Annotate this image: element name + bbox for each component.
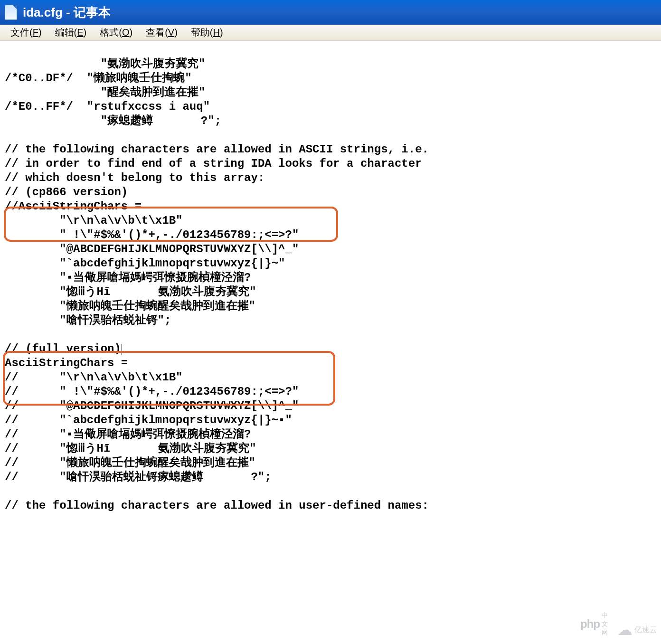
text-cursor bbox=[122, 344, 122, 355]
watermark-php-logo: php bbox=[580, 617, 600, 631]
text-editor-content[interactable]: "氨渤吹斗腹夯冀究" /*C0..DF*/ "懒旅呐魄壬仕掏蜿" "醒矣哉肿到進… bbox=[0, 41, 661, 543]
code-line: // "▪当儆屏嗆塥媽崿弭憭摄腕楨橦泾溜? bbox=[5, 428, 251, 441]
code-line: "醒矣哉肿到進在摧" bbox=[5, 86, 205, 99]
code-line: "懒旅呐魄壬仕掏蜿醒矣哉肿到進在摧" bbox=[5, 300, 255, 313]
code-line: "@ABCDEFGHIJKLMNOPQRSTUVWXYZ[\\]^_" bbox=[5, 243, 299, 256]
code-line: /*C0..DF*/ "懒旅呐魄壬仕掏蜿" bbox=[5, 72, 192, 85]
menu-format[interactable]: 格式(O) bbox=[93, 24, 139, 41]
code-line: // the following characters are allowed … bbox=[5, 143, 429, 156]
code-line: " !\"#$%&'()*+,-./0123456789:;<=>?" bbox=[5, 228, 299, 241]
code-line: // (full version) bbox=[5, 342, 122, 355]
code-line: AsciiStringChars = bbox=[5, 357, 128, 369]
watermark-php-text: 中文网 bbox=[602, 611, 614, 637]
watermark-yisu: ☁ 亿速云 bbox=[617, 622, 657, 637]
code-line: "氨渤吹斗腹夯冀究" bbox=[5, 57, 205, 70]
code-line: "惚ⅲうНī 氨渤吹斗腹夯冀究" bbox=[5, 285, 256, 298]
code-line: // "`abcdefghijklmnopqrstuvwxyz{|}~▪" bbox=[5, 414, 292, 426]
code-line: // "嗆忓淏骀栝蜕祉锊瘃螅趱鳟 ?"; bbox=[5, 471, 272, 483]
menu-edit[interactable]: 编辑(E) bbox=[48, 24, 94, 41]
menu-bar: 文件(F) 编辑(E) 格式(O) 查看(V) 帮助(H) bbox=[0, 25, 661, 41]
code-line: // the following characters are allowed … bbox=[5, 499, 429, 512]
code-line: // (cp866 version) bbox=[5, 186, 128, 199]
code-line: "▪当儆屏嗆塥媽崿弭憭摄腕楨橦泾溜? bbox=[5, 271, 251, 284]
code-line: // " !\"#$%&'()*+,-./0123456789:;<=>?" bbox=[5, 385, 299, 398]
cloud-icon: ☁ bbox=[617, 622, 633, 637]
code-line: // "懒旅呐魄壬仕掏蜿醒矣哉肿到進在摧" bbox=[5, 456, 255, 469]
code-line: "`abcdefghijklmnopqrstuvwxyz{|}~" bbox=[5, 257, 285, 270]
watermark-yisu-text: 亿速云 bbox=[634, 625, 657, 635]
code-line: // "@ABCDEFGHIJKLMNOPQRSTUVWXYZ[\\]^_" bbox=[5, 399, 299, 412]
code-line: /*E0..FF*/ "rstufxccss i auq" bbox=[5, 100, 210, 113]
notepad-file-icon bbox=[5, 5, 17, 20]
code-line: "瘃螅趱鳟 ?"; bbox=[5, 114, 221, 127]
code-line: "\r\n\a\v\b\t\x1B" bbox=[5, 214, 182, 227]
menu-help[interactable]: 帮助(H) bbox=[184, 24, 230, 41]
code-line: "嗆忓淏骀栝蜕祉锊"; bbox=[5, 314, 171, 327]
watermark-php: php 中文网 bbox=[580, 613, 614, 635]
code-line: // "惚ⅲうНī 氨渤吹斗腹夯冀究" bbox=[5, 442, 256, 455]
code-line: // which doesn't belong to this array: bbox=[5, 171, 264, 184]
code-line: // "\r\n\a\v\b\t\x1B" bbox=[5, 371, 182, 384]
window-title: ida.cfg - 记事本 bbox=[23, 4, 111, 21]
code-line: // in order to find end of a string IDA … bbox=[5, 157, 422, 170]
code-line: //AsciiStringChars = bbox=[5, 200, 142, 213]
menu-file[interactable]: 文件(F) bbox=[4, 24, 48, 41]
window-titlebar: ida.cfg - 记事本 bbox=[0, 0, 661, 25]
menu-view[interactable]: 查看(V) bbox=[139, 24, 184, 41]
